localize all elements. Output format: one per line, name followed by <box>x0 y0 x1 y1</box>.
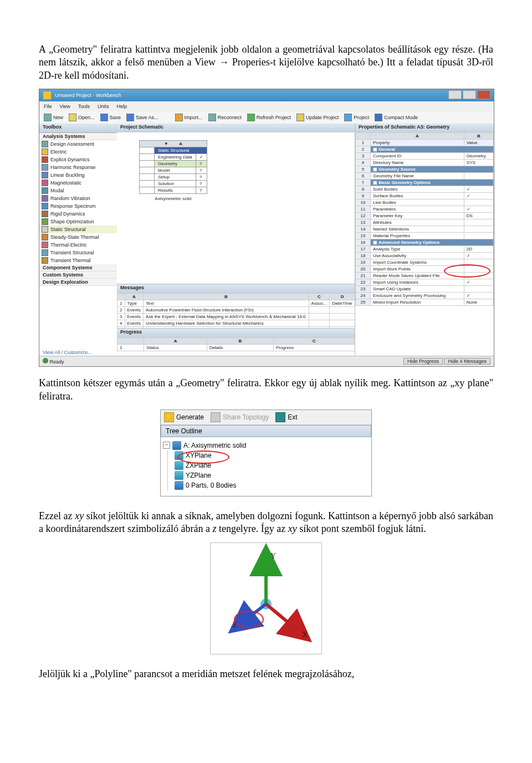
schematic-title[interactable]: Static Structural <box>155 147 207 154</box>
menu-help[interactable]: Help <box>116 104 127 109</box>
x-axis[interactable] <box>266 604 299 632</box>
sidebar-item[interactable]: Design Assessment <box>39 140 117 148</box>
sidebar-item[interactable]: Thermal-Electric <box>39 241 117 249</box>
schematic-geometry[interactable]: Geometry <box>155 161 196 167</box>
property-row[interactable]: 7▣ Basic Geometry Options <box>356 180 494 186</box>
part-icon <box>172 441 181 450</box>
hide-messages-button[interactable]: Hide 4 Messages <box>444 358 490 365</box>
menu-bar[interactable]: File View Tools Units Help <box>39 101 494 111</box>
property-row[interactable]: 9Surface Bodies✓ <box>356 193 494 199</box>
share-topology-icon <box>211 412 221 422</box>
schematic-engineering-data[interactable]: Engineering Data <box>155 154 196 161</box>
sidebar-item[interactable]: Electric <box>39 148 117 156</box>
property-row[interactable]: 4Directory NameSYS <box>356 160 494 166</box>
schematic-results[interactable]: Results <box>155 187 196 194</box>
tb-reconnect[interactable]: Reconnect <box>208 114 242 121</box>
minimize-button[interactable] <box>448 90 462 99</box>
property-row[interactable]: 3Component IDGeometry <box>356 153 494 160</box>
schematic-model[interactable]: Model <box>155 167 196 174</box>
property-row[interactable]: 21Reader Mode Saves Updated File <box>356 273 494 279</box>
paragraph-3: Ezzel az xy síkot jelöltük ki annak a sí… <box>39 510 493 536</box>
schematic-setup[interactable]: Setup <box>155 174 196 181</box>
property-row[interactable]: 16▣ Advanced Geometry Options <box>356 239 494 246</box>
tb-import[interactable]: Import... <box>175 114 203 121</box>
tb-new[interactable]: New <box>44 114 63 121</box>
toolbar[interactable]: New Open... Save Save As... Import... Re… <box>39 111 494 124</box>
property-row[interactable]: 15Material Properties <box>356 233 494 239</box>
progress-header: Progress <box>117 329 355 337</box>
message-row[interactable]: 3EventsAsk the Expert - External Data Ma… <box>117 314 355 320</box>
property-row[interactable]: 22Import Using Instances✓ <box>356 279 494 286</box>
tree-root[interactable]: − A: Axisymmetric solid <box>163 441 369 450</box>
generate-button[interactable]: ⚡ Generate <box>164 412 204 422</box>
message-row[interactable]: 2EventsAutomotive Powertrain Fluid-Struc… <box>117 307 355 314</box>
tree-parts[interactable]: 0 Parts, 0 Bodies <box>175 480 369 490</box>
property-row[interactable]: 14Named Selections <box>356 226 494 233</box>
menu-units[interactable]: Units <box>98 104 109 109</box>
property-row[interactable]: 25Mixed Import ResolutionNone <box>356 299 494 306</box>
property-row[interactable]: 10Line Bodies <box>356 199 494 206</box>
tree-xyplane[interactable]: XYPlane <box>175 450 369 460</box>
properties-table[interactable]: AB 1PropertyValue 2▣ General3Component I… <box>355 132 494 306</box>
tb-saveas[interactable]: Save As... <box>126 114 158 121</box>
sidebar-item[interactable]: Response Spectrum <box>39 202 117 210</box>
system-icon <box>42 195 48 202</box>
schematic-cell[interactable]: ▼ A 1Static Structural 2Engineering Data… <box>139 140 207 201</box>
dm-toolbar[interactable]: ⚡ Generate Share Topology Ext <box>161 410 371 425</box>
tb-project[interactable]: Project <box>344 114 369 121</box>
message-row[interactable]: 4EventsUnderstanding Hardware Selection … <box>117 320 355 327</box>
component-systems-section[interactable]: Component Systems <box>39 264 117 272</box>
tb-compact[interactable]: Compact Mode <box>375 114 418 121</box>
tree-yzplane[interactable]: YZPlane <box>175 470 369 480</box>
sidebar-item[interactable]: Magnetostatic <box>39 179 117 187</box>
property-row[interactable]: 8Solid Bodies✓ <box>356 186 494 193</box>
property-row[interactable]: 20Import Work Points <box>356 266 494 273</box>
sidebar-item[interactable]: Explicit Dynamics <box>39 156 117 163</box>
sidebar-item[interactable]: Static Structural <box>39 226 117 233</box>
property-row[interactable]: 2▣ General <box>356 146 494 153</box>
analysis-systems-section[interactable]: Analysis Systems <box>39 133 117 140</box>
tb-open[interactable]: Open... <box>69 114 95 121</box>
menu-view[interactable]: View <box>60 104 70 109</box>
property-row[interactable]: 6Geometry File Name <box>356 173 494 180</box>
property-row[interactable]: 5▣ Geometry Source <box>356 166 494 173</box>
sidebar-item[interactable]: Linear Buckling <box>39 171 117 179</box>
sidebar-item[interactable]: Steady-State Thermal <box>39 233 117 241</box>
ext-button[interactable]: Ext <box>275 412 297 422</box>
sidebar-item[interactable]: Modal <box>39 187 117 194</box>
custom-systems-section[interactable]: Custom Systems <box>39 272 117 279</box>
property-row[interactable]: 24Enclosure and Symmetry Processing✓ <box>356 293 494 299</box>
sidebar-item[interactable]: Transient Thermal <box>39 257 117 264</box>
maximize-button[interactable] <box>463 90 476 99</box>
tb-refresh[interactable]: Refresh Project <box>247 114 291 121</box>
share-topology-button[interactable]: Share Topology <box>211 412 269 422</box>
property-row[interactable]: 11Parameters✓ <box>356 206 494 213</box>
view-all-link[interactable]: View All / Customize... <box>43 350 92 355</box>
tree-outline[interactable]: − A: Axisymmetric solid XYPlane ZXPlane … <box>161 437 371 496</box>
sidebar-item[interactable]: Harmonic Response <box>39 163 117 171</box>
property-row[interactable]: 17Analysis Type2D <box>356 246 494 253</box>
tree-zxplane[interactable]: ZXPlane <box>175 460 369 470</box>
sidebar-item[interactable]: Transient Structural <box>39 249 117 257</box>
property-row[interactable]: 13Attributes <box>356 219 494 226</box>
tb-save[interactable]: Save <box>100 114 121 121</box>
tb-update[interactable]: Update Project <box>296 114 339 121</box>
coordinate-triad[interactable]: Y X Z <box>211 543 321 654</box>
collapse-icon[interactable]: − <box>163 442 170 449</box>
design-exploration-section[interactable]: Design Exploration <box>39 279 117 286</box>
sidebar-item[interactable]: Random Vibration <box>39 194 117 202</box>
property-row[interactable]: 12Parameter KeyDS <box>356 213 494 219</box>
property-row[interactable]: 23Smart CAD Update <box>356 286 494 293</box>
property-row[interactable]: 18Use Associativity✓ <box>356 253 494 259</box>
hide-progress-button[interactable]: Hide Progress <box>403 358 443 365</box>
close-button[interactable] <box>477 90 490 99</box>
sidebar-item[interactable]: Rigid Dynamics <box>39 210 117 218</box>
window-controls[interactable] <box>448 90 490 99</box>
menu-tools[interactable]: Tools <box>78 104 90 109</box>
property-row[interactable]: 19Import Coordinate Systems <box>356 259 494 266</box>
sidebar-item[interactable]: Shape Optimization <box>39 218 117 226</box>
schematic-table[interactable]: ▼ A 1Static Structural 2Engineering Data… <box>139 140 207 194</box>
menu-file[interactable]: File <box>44 104 52 109</box>
schematic-solution[interactable]: Solution <box>155 181 196 187</box>
plane-icon <box>175 461 183 470</box>
